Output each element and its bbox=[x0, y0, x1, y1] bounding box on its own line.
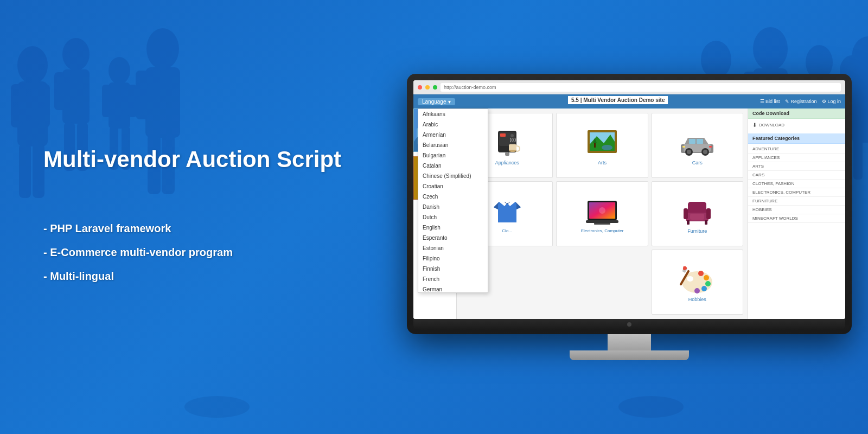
browser-minimize-dot bbox=[425, 85, 430, 90]
code-download-header: Code Download bbox=[748, 108, 845, 119]
featured-adventure[interactable]: ADVENTURE bbox=[748, 145, 845, 154]
category-arts[interactable]: Arts bbox=[556, 113, 648, 178]
svg-rect-3 bbox=[38, 84, 50, 127]
language-dropdown[interactable]: Afrikaans Arabic Armenian Belarusian Bul… bbox=[418, 108, 488, 293]
svg-rect-45 bbox=[861, 87, 868, 122]
download-button[interactable]: ⬇ DOWNLOAD bbox=[748, 119, 845, 131]
lang-french[interactable]: French bbox=[418, 274, 488, 284]
featured-hobbies[interactable]: HOBBIES bbox=[748, 206, 845, 214]
svg-point-97 bbox=[704, 275, 709, 280]
svg-point-18 bbox=[146, 28, 179, 69]
monitor-bezel-bottom bbox=[413, 319, 845, 330]
svg-rect-21 bbox=[164, 71, 177, 119]
feature-item-2: - E-Commerce multi-vendor program bbox=[43, 240, 341, 264]
lang-filipino[interactable]: Filipino bbox=[418, 253, 488, 264]
lang-chinese[interactable]: Chinese (Simplified) bbox=[418, 171, 488, 181]
svg-point-100 bbox=[694, 288, 700, 293]
svg-rect-13 bbox=[108, 82, 130, 129]
lang-dutch[interactable]: Dutch bbox=[418, 212, 488, 222]
svg-point-6 bbox=[62, 38, 90, 71]
site-title: 5.5 | Multi Vendor Auction Demo site bbox=[568, 96, 668, 104]
lang-armenian[interactable]: Armenian bbox=[418, 130, 488, 140]
featured-cars[interactable]: CARS bbox=[748, 171, 845, 180]
feature-list: - PHP Laravel framework - E-Commerce mul… bbox=[43, 216, 341, 288]
lang-catalan[interactable]: Catalan bbox=[418, 161, 488, 171]
monitor-stand-neck bbox=[608, 334, 651, 350]
browser-close-dot bbox=[418, 85, 422, 90]
featured-minecraft[interactable]: MINECRAFT WORLDS bbox=[748, 214, 845, 223]
svg-point-78 bbox=[703, 150, 707, 154]
hobbies-image bbox=[678, 265, 716, 295]
svg-point-61 bbox=[509, 150, 516, 152]
monitor-power-dot bbox=[627, 322, 631, 327]
electronics-image bbox=[583, 196, 621, 226]
download-icon: ⬇ bbox=[752, 122, 757, 128]
svg-rect-91 bbox=[687, 220, 690, 225]
site-right-panel: Code Download ⬇ DOWNLOAD Featured Catego… bbox=[748, 108, 845, 319]
svg-point-24 bbox=[701, 41, 731, 79]
appliances-label: Appliances bbox=[495, 160, 519, 165]
lang-arabic[interactable]: Arabic bbox=[418, 119, 488, 130]
svg-rect-1 bbox=[17, 81, 48, 146]
edit-icon: ✎ bbox=[785, 99, 789, 104]
lang-finnish[interactable]: Finnish bbox=[418, 264, 488, 274]
svg-rect-84 bbox=[586, 220, 618, 223]
lang-bulgarian[interactable]: Bulgarian bbox=[418, 150, 488, 161]
featured-electronics[interactable]: ELECTRONICS, COMPUTER bbox=[748, 188, 845, 197]
svg-rect-5 bbox=[33, 144, 44, 198]
category-furniture[interactable]: Furniture bbox=[652, 181, 743, 246]
login-link[interactable]: ⚙ Log in bbox=[822, 99, 841, 104]
categories-grid: Appliances bbox=[457, 108, 748, 319]
main-title: Multi-vendor Auction Script bbox=[43, 146, 341, 173]
category-cars[interactable]: Cars bbox=[652, 113, 743, 178]
featured-appliances[interactable]: APPLIANCES bbox=[748, 154, 845, 162]
lang-czech[interactable]: Czech bbox=[418, 192, 488, 202]
language-button[interactable]: Language ▾ bbox=[418, 98, 455, 105]
featured-clothes[interactable]: CLOTHES, FASHION bbox=[748, 180, 845, 188]
featured-arts[interactable]: ARTS bbox=[748, 162, 845, 171]
lang-english[interactable]: English bbox=[418, 222, 488, 233]
svg-rect-20 bbox=[136, 71, 149, 119]
lang-esperanto[interactable]: Esperanto bbox=[418, 233, 488, 243]
site-content: Language ▾ Afrikaans Arabic Armenian Bel… bbox=[413, 94, 845, 319]
registration-link[interactable]: ✎ Registration bbox=[785, 99, 816, 104]
svg-rect-9 bbox=[79, 72, 90, 110]
svg-point-86 bbox=[599, 207, 605, 214]
lang-danish[interactable]: Danish bbox=[418, 202, 488, 212]
clothes-label: Clo... bbox=[502, 228, 512, 233]
svg-point-99 bbox=[701, 286, 707, 291]
cars-label: Cars bbox=[692, 160, 703, 165]
svg-rect-47 bbox=[853, 133, 863, 180]
login-icon: ⚙ bbox=[822, 99, 826, 104]
lang-estonian[interactable]: Estonian bbox=[418, 243, 488, 253]
svg-point-0 bbox=[17, 46, 48, 84]
svg-point-70 bbox=[602, 145, 612, 150]
lang-afrikaans[interactable]: Afrikaans bbox=[418, 109, 488, 119]
featured-furniture[interactable]: FURNITURE bbox=[748, 197, 845, 206]
bid-list-icon: ☰ bbox=[760, 99, 764, 104]
furniture-image bbox=[678, 196, 716, 226]
lang-belarusian[interactable]: Belarusian bbox=[418, 140, 488, 150]
svg-rect-49 bbox=[852, 75, 868, 143]
svg-point-95 bbox=[687, 276, 693, 282]
svg-rect-8 bbox=[54, 72, 65, 110]
svg-rect-79 bbox=[682, 146, 685, 148]
category-hobbies[interactable]: Hobbies bbox=[652, 250, 743, 315]
svg-rect-90 bbox=[706, 208, 711, 219]
svg-rect-92 bbox=[705, 220, 707, 225]
monitor-screen: http://auction-demo.com Language ▾ Afrik… bbox=[413, 80, 845, 319]
svg-point-98 bbox=[705, 281, 711, 286]
svg-rect-62 bbox=[500, 133, 506, 137]
lang-german[interactable]: German bbox=[418, 284, 488, 293]
feature-item-1: - PHP Laravel framework bbox=[43, 216, 341, 240]
clothes-image bbox=[488, 196, 526, 226]
svg-rect-7 bbox=[62, 69, 90, 124]
language-label: Language bbox=[422, 99, 446, 105]
svg-rect-93 bbox=[690, 214, 704, 220]
category-electronics[interactable]: Electronics, Computer bbox=[556, 181, 648, 246]
svg-point-63 bbox=[510, 134, 514, 137]
bid-list-link[interactable]: ☰ Bid list bbox=[760, 99, 780, 104]
lang-croatian[interactable]: Croatian bbox=[418, 181, 488, 192]
site-navbar: Language ▾ Afrikaans Arabic Armenian Bel… bbox=[413, 94, 845, 108]
browser-url-bar[interactable]: http://auction-demo.com bbox=[441, 83, 841, 92]
